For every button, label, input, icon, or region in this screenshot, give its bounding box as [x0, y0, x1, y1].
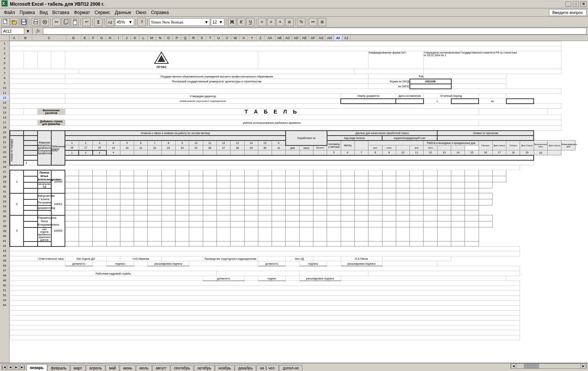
sort-asc-btn[interactable]: AZ↓ [106, 18, 114, 26]
copy-btn[interactable] [62, 18, 70, 26]
col-I[interactable]: I [114, 35, 123, 41]
col-F[interactable]: F [89, 35, 98, 41]
col-L[interactable]: L [139, 35, 148, 41]
col-X[interactable]: X [240, 35, 248, 41]
row-49[interactable]: 49 [0, 278, 9, 283]
col-AH[interactable]: AH [326, 35, 334, 41]
col-E[interactable]: E [81, 35, 89, 41]
cut-btn[interactable]: ✂ [52, 18, 61, 26]
menu-file[interactable]: Файл [2, 9, 17, 16]
col-Y[interactable]: Y [248, 35, 256, 41]
row-41[interactable]: 41 [0, 238, 9, 243]
tab-nav-last[interactable]: ►| [20, 365, 25, 370]
cell-ref-input[interactable] [2, 28, 24, 35]
btn-vypolnenie[interactable]: Выполнение расчётов [38, 109, 65, 115]
col-R[interactable]: R [190, 35, 198, 41]
row-38[interactable]: 38 [0, 224, 9, 229]
row-24[interactable]: 24 [0, 155, 9, 159]
tab-nav-next[interactable]: ► [14, 365, 19, 370]
preview-btn[interactable] [41, 18, 49, 26]
row-28[interactable]: 28 [0, 174, 9, 179]
sum-btn[interactable]: Σ [94, 18, 103, 26]
col-T[interactable]: T [206, 35, 215, 41]
col-AD[interactable]: AD [292, 35, 300, 41]
row-37[interactable]: 37 [0, 219, 9, 224]
row-5[interactable]: 5 [0, 61, 9, 66]
col-S[interactable]: S [198, 35, 206, 41]
col-K[interactable]: K [131, 35, 139, 41]
row-10[interactable]: 10 [0, 85, 9, 90]
col-J[interactable]: J [123, 35, 131, 41]
row-20[interactable]: 20 [0, 135, 9, 140]
tab-nav-first[interactable]: |◄ [2, 365, 7, 370]
col-B[interactable]: B [19, 35, 32, 41]
row-2[interactable]: 2 [0, 46, 9, 51]
row-8[interactable]: 8 [0, 76, 9, 81]
align-right-btn[interactable]: ≡ [276, 18, 285, 26]
new-btn[interactable] [2, 18, 10, 26]
print-btn[interactable] [32, 18, 40, 26]
help-btn[interactable]: ? [138, 18, 146, 26]
tab-iyul[interactable]: июль [136, 365, 152, 371]
col-W[interactable]: W [231, 35, 240, 41]
scroll-thumb[interactable] [524, 364, 539, 368]
maximize-btn[interactable]: □ [573, 2, 579, 7]
tab-oktyabr[interactable]: октябрь [194, 365, 215, 371]
row-19[interactable]: 19 [0, 130, 9, 135]
row-11[interactable]: 11 [0, 90, 9, 95]
row-48[interactable]: 48 [0, 273, 9, 278]
col-G[interactable]: G [98, 35, 106, 41]
undo-btn[interactable]: ↩ [82, 18, 91, 26]
menu-edit[interactable]: Правка [17, 9, 38, 16]
col-V[interactable]: V [223, 35, 231, 41]
row-1[interactable]: 1 [0, 41, 9, 46]
col-C[interactable]: C [32, 35, 66, 41]
col-U[interactable]: U [215, 35, 223, 41]
col-H[interactable]: H [106, 35, 114, 41]
tab-dopolno[interactable]: допол-но [279, 365, 302, 371]
row-36[interactable]: 36 [0, 214, 9, 219]
row-9[interactable]: 9 [0, 81, 9, 85]
row-26[interactable]: 26 [0, 164, 9, 169]
row-7[interactable]: 7 [0, 71, 9, 76]
borders-btn[interactable]: ⊞ [318, 18, 326, 26]
row-45[interactable]: 45 [0, 258, 9, 263]
col-D[interactable]: D [66, 35, 81, 41]
tab-fevral[interactable]: февраль [47, 365, 70, 371]
row-14[interactable]: 14 [0, 105, 9, 110]
tab-na1chel[interactable]: на 1 чел. [256, 365, 279, 371]
save-btn[interactable] [20, 18, 28, 26]
row-54[interactable]: 54 [0, 303, 9, 308]
font-name-input[interactable]: Times New Roman ▼ [149, 18, 210, 26]
row-42[interactable]: 42 [0, 243, 9, 248]
row-22[interactable]: 22 [0, 145, 9, 150]
tab-iyun[interactable]: июнь [120, 365, 136, 371]
scroll-right[interactable]: ► [581, 363, 586, 369]
italic-button[interactable]: К [237, 18, 245, 26]
row-4[interactable]: 4 [0, 56, 9, 61]
menu-insert[interactable]: Вставка [50, 9, 72, 16]
col-O[interactable]: O [164, 35, 173, 41]
row-51[interactable]: 51 [0, 288, 9, 293]
menu-view[interactable]: Вид [37, 9, 50, 16]
col-A[interactable]: A [9, 35, 19, 41]
row-53[interactable]: 53 [0, 298, 9, 303]
row-46[interactable]: 46 [0, 263, 9, 268]
row-27[interactable]: 27 [0, 169, 9, 174]
col-N[interactable]: N [156, 35, 164, 41]
col-AI[interactable]: AI [334, 35, 342, 41]
row-18[interactable]: 18 [0, 125, 9, 130]
tab-may[interactable]: май [106, 365, 119, 371]
col-AA[interactable]: AA [265, 35, 275, 41]
open-btn[interactable] [11, 18, 19, 26]
underline-button[interactable]: Ч [246, 18, 254, 26]
col-P[interactable]: P [173, 35, 181, 41]
align-left-btn[interactable]: ≡ [258, 18, 266, 26]
row-33[interactable]: 33 [0, 199, 9, 204]
menu-help[interactable]: Справка [149, 9, 171, 16]
col-AG[interactable]: AG [317, 35, 326, 41]
tab-aprel[interactable]: апрель [86, 365, 105, 371]
zoom-input[interactable]: 45% ▼ [115, 18, 134, 26]
col-Q[interactable]: Q [181, 35, 190, 41]
row-31[interactable]: 31 [0, 189, 9, 194]
